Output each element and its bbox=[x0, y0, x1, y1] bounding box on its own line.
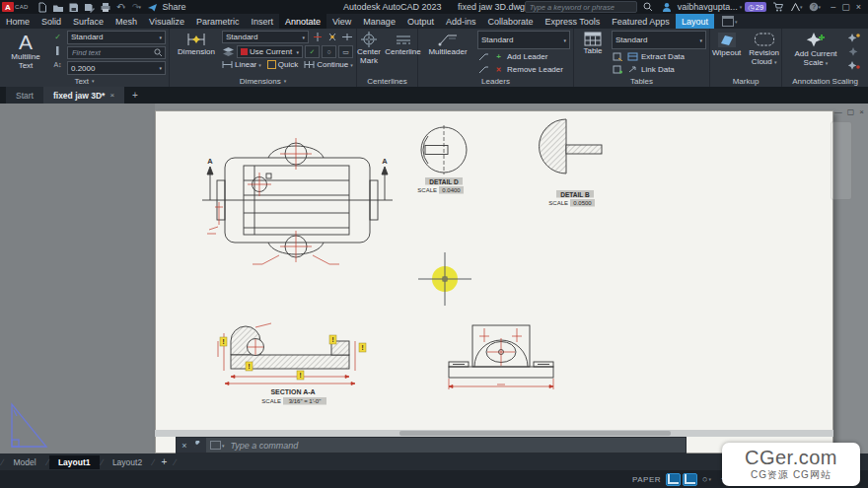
horizontal-scrollbar-thumb[interactable] bbox=[399, 431, 671, 436]
tab-mesh[interactable]: Mesh bbox=[109, 14, 143, 29]
ribbon-display-toggle[interactable]: ▾ bbox=[722, 14, 738, 29]
centerline-button[interactable]: Centerline bbox=[387, 31, 419, 75]
panel-label-centerlines[interactable]: Centerlines bbox=[357, 75, 417, 87]
dim-adjust-icon[interactable] bbox=[326, 32, 338, 42]
extract-data-button[interactable]: Extract Data bbox=[641, 52, 685, 61]
tab-surface[interactable]: Surface bbox=[67, 14, 109, 29]
save-icon[interactable] bbox=[67, 1, 81, 13]
continue-dim-button[interactable]: Continue▾ bbox=[304, 60, 353, 69]
revision-cloud-button[interactable]: Revision Cloud ▾ bbox=[747, 31, 781, 75]
panel-label-annotation-scaling[interactable]: Annotation Scaling bbox=[782, 75, 868, 87]
annotation-visibility-icon[interactable] bbox=[847, 32, 860, 42]
save-as-icon[interactable] bbox=[83, 1, 97, 13]
panel-label-tables[interactable]: Tables bbox=[574, 75, 709, 87]
dim-check-icon[interactable]: ✓ bbox=[305, 45, 320, 58]
layout2-tab[interactable]: Layout2 bbox=[104, 455, 151, 469]
panel-label-dimensions[interactable]: Dimensions▾ bbox=[170, 75, 356, 87]
panel-label-text[interactable]: Text▾ bbox=[0, 75, 169, 87]
sync-scale-positions-icon[interactable] bbox=[847, 59, 860, 70]
tab-manage[interactable]: Manage bbox=[357, 14, 401, 29]
tab-insert[interactable]: Insert bbox=[245, 14, 279, 29]
tab-visualize[interactable]: Visualize bbox=[143, 14, 190, 29]
navigation-bar[interactable] bbox=[831, 121, 852, 200]
panel-label-markup[interactable]: Markup bbox=[710, 75, 781, 87]
user-menu-caret-icon[interactable]: ▾ bbox=[740, 4, 743, 10]
text-height-dropdown[interactable]: 0.2000▾ bbox=[67, 61, 166, 75]
dim-inspect-icon[interactable]: ○ bbox=[322, 45, 336, 58]
help-icon[interactable]: ?▾ bbox=[808, 1, 822, 13]
panel-label-leaders[interactable]: Leaders bbox=[418, 75, 573, 87]
dynamic-input-icon[interactable] bbox=[683, 473, 697, 486]
new-file-icon[interactable] bbox=[36, 1, 49, 13]
plot-icon[interactable] bbox=[99, 1, 112, 13]
tab-home[interactable]: Home bbox=[0, 14, 36, 29]
model-paper-toggle-icon[interactable] bbox=[666, 473, 681, 486]
multileader-button[interactable]: Multileader bbox=[421, 31, 474, 75]
add-leader-button[interactable]: Add Leader bbox=[507, 52, 547, 61]
signed-in-user[interactable]: vaibhavgupta... bbox=[678, 2, 738, 12]
command-input[interactable] bbox=[229, 440, 686, 452]
autoscale-icon[interactable] bbox=[847, 45, 860, 56]
redo-icon[interactable]: ↷▾ bbox=[130, 1, 144, 13]
tab-parametric[interactable]: Parametric bbox=[190, 14, 246, 29]
restore-button[interactable]: ▢ bbox=[841, 2, 850, 12]
tab-view[interactable]: View bbox=[326, 14, 357, 29]
tab-featured-apps[interactable]: Featured Apps bbox=[606, 14, 676, 29]
wipeout-button[interactable]: Wipeout bbox=[710, 31, 743, 75]
tab-solid[interactable]: Solid bbox=[36, 14, 67, 29]
tab-annotate[interactable]: Annotate bbox=[279, 14, 326, 29]
command-close-icon[interactable]: × bbox=[181, 441, 186, 451]
recent-commands-button[interactable]: ▾ bbox=[210, 441, 225, 450]
search-collapse-icon[interactable]: ▸ bbox=[519, 4, 522, 10]
viewport-minimize-button[interactable]: — bbox=[834, 107, 842, 116]
cart-icon[interactable] bbox=[770, 1, 784, 13]
command-customize-icon[interactable] bbox=[191, 441, 201, 451]
link-data-button[interactable]: Link Data bbox=[641, 65, 675, 74]
file-tab-current[interactable]: fixed jaw 3D* × bbox=[43, 87, 124, 104]
spell-check-icon[interactable]: ✓ bbox=[51, 32, 64, 42]
paper-space-label[interactable]: PAPER bbox=[632, 475, 661, 484]
model-tab[interactable]: Model bbox=[4, 455, 44, 469]
autodesk-apps-icon[interactable]: ▾ bbox=[789, 1, 803, 13]
tab-express-tools[interactable]: Express Tools bbox=[539, 14, 606, 29]
new-layout-button[interactable]: + bbox=[156, 456, 174, 467]
trial-days-badge[interactable]: ◷ 29 bbox=[745, 2, 766, 12]
find-text-input[interactable] bbox=[70, 47, 154, 58]
search-icon[interactable] bbox=[641, 1, 655, 13]
user-avatar-icon[interactable] bbox=[660, 1, 674, 13]
table-style-dropdown[interactable]: Standard▾ bbox=[612, 31, 706, 49]
dim-update-icon[interactable] bbox=[340, 32, 353, 42]
viewport-close-button[interactable]: × bbox=[859, 107, 864, 116]
remove-leader-button[interactable]: Remove Leader bbox=[507, 65, 563, 74]
layout1-tab[interactable]: Layout1 bbox=[49, 455, 100, 469]
tab-collaborate[interactable]: Collaborate bbox=[481, 14, 539, 29]
dimension-button[interactable]: Dimension bbox=[173, 31, 220, 75]
table-button[interactable]: Table bbox=[577, 31, 609, 75]
horizontal-scrollbar[interactable] bbox=[155, 430, 833, 437]
quick-dim-button[interactable]: Quick bbox=[267, 60, 298, 69]
tab-add-ins[interactable]: Add-ins bbox=[440, 14, 482, 29]
center-mark-button[interactable]: Center Mark bbox=[355, 31, 383, 75]
file-tab-close-icon[interactable]: × bbox=[109, 91, 114, 100]
open-file-icon[interactable] bbox=[51, 1, 65, 13]
dim-space-icon[interactable]: ▭ bbox=[338, 45, 353, 58]
dim-layer-dropdown[interactable]: Use Current▾ bbox=[237, 45, 303, 58]
file-tab-start[interactable]: Start bbox=[6, 87, 43, 104]
share-label[interactable]: Share bbox=[163, 2, 186, 12]
autocad-logo[interactable]: A CAD bbox=[2, 2, 29, 12]
drawing-canvas[interactable]: A A DETAIL D SCALE 0.0400 bbox=[0, 104, 868, 453]
undo-icon[interactable]: ↶▾ bbox=[114, 1, 128, 13]
linear-dim-button[interactable]: Linear▾ bbox=[222, 60, 261, 69]
new-drawing-tab-button[interactable]: + bbox=[124, 87, 146, 104]
dim-style-dropdown[interactable]: Standard▾ bbox=[222, 31, 309, 43]
dim-break-icon[interactable] bbox=[311, 32, 324, 42]
find-magnifier-icon[interactable] bbox=[154, 48, 163, 57]
minimize-button[interactable]: – bbox=[831, 2, 835, 12]
tab-layout[interactable]: Layout bbox=[676, 14, 714, 29]
mleader-style-dropdown[interactable]: Standard▾ bbox=[477, 31, 570, 49]
viewport-restore-button[interactable]: ▢ bbox=[847, 107, 855, 116]
share-icon[interactable] bbox=[146, 1, 160, 13]
multiline-text-button[interactable]: A Multiline Text bbox=[3, 31, 48, 75]
text-style-dropdown[interactable]: Standard▾ bbox=[67, 31, 166, 44]
search-input[interactable] bbox=[528, 2, 634, 13]
